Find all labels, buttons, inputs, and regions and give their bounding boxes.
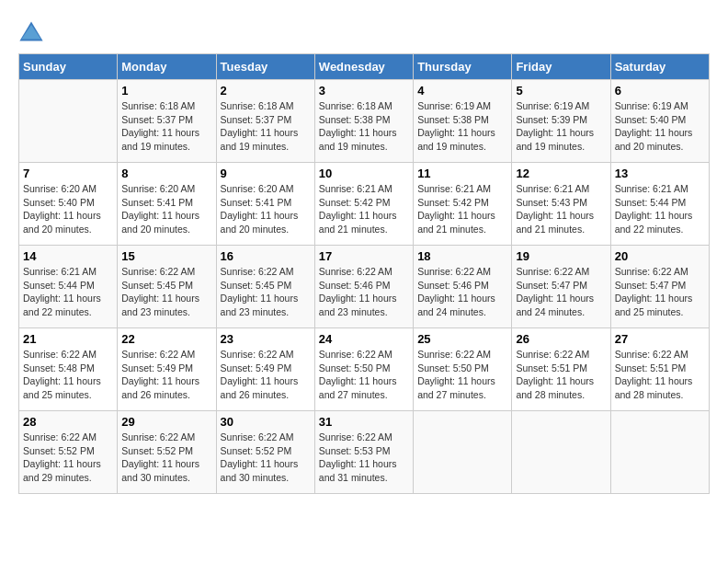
- calendar-cell: 8Sunrise: 6:20 AMSunset: 5:41 PMDaylight…: [118, 163, 216, 246]
- calendar-cell: [414, 411, 512, 494]
- day-number: 30: [221, 415, 311, 429]
- calendar-cell: 6Sunrise: 6:19 AMSunset: 5:40 PMDaylight…: [610, 80, 709, 163]
- day-number: 13: [615, 167, 705, 180]
- calendar-cell: [610, 411, 709, 494]
- header-day-sunday: Sunday: [19, 54, 118, 80]
- day-info: Sunrise: 6:18 AMSunset: 5:37 PMDaylight:…: [121, 99, 211, 154]
- header-day-tuesday: Tuesday: [216, 54, 314, 80]
- day-info: Sunrise: 6:21 AMSunset: 5:44 PMDaylight:…: [615, 182, 705, 236]
- header-day-monday: Monday: [118, 54, 216, 80]
- day-number: 2: [221, 84, 311, 98]
- day-info: Sunrise: 6:22 AMSunset: 5:49 PMDaylight:…: [121, 348, 211, 402]
- day-number: 26: [516, 332, 606, 346]
- calendar-cell: 19Sunrise: 6:22 AMSunset: 5:47 PMDayligh…: [512, 246, 610, 328]
- day-info: Sunrise: 6:22 AMSunset: 5:48 PMDaylight:…: [23, 348, 113, 402]
- day-info: Sunrise: 6:22 AMSunset: 5:46 PMDaylight:…: [319, 265, 409, 319]
- day-number: 5: [516, 84, 606, 98]
- week-row-2: 7Sunrise: 6:20 AMSunset: 5:40 PMDaylight…: [19, 163, 710, 246]
- header-day-saturday: Saturday: [610, 54, 709, 80]
- day-number: 27: [615, 332, 705, 346]
- day-info: Sunrise: 6:20 AMSunset: 5:41 PMDaylight:…: [121, 182, 211, 236]
- day-number: 28: [23, 415, 113, 429]
- day-number: 3: [319, 84, 409, 98]
- day-info: Sunrise: 6:22 AMSunset: 5:46 PMDaylight:…: [417, 265, 507, 319]
- calendar-cell: 12Sunrise: 6:21 AMSunset: 5:43 PMDayligh…: [512, 163, 610, 246]
- day-info: Sunrise: 6:20 AMSunset: 5:40 PMDaylight:…: [23, 182, 113, 236]
- calendar-table: SundayMondayTuesdayWednesdayThursdayFrid…: [18, 53, 710, 494]
- day-number: 17: [319, 249, 409, 263]
- calendar-cell: 30Sunrise: 6:22 AMSunset: 5:52 PMDayligh…: [216, 411, 314, 494]
- day-info: Sunrise: 6:22 AMSunset: 5:52 PMDaylight:…: [23, 431, 113, 485]
- header-day-wednesday: Wednesday: [314, 54, 413, 80]
- calendar-cell: 21Sunrise: 6:22 AMSunset: 5:48 PMDayligh…: [19, 328, 118, 411]
- day-number: 24: [319, 332, 409, 346]
- calendar-cell: 27Sunrise: 6:22 AMSunset: 5:51 PMDayligh…: [610, 328, 709, 411]
- day-number: 7: [23, 167, 113, 180]
- day-info: Sunrise: 6:21 AMSunset: 5:42 PMDaylight:…: [319, 182, 409, 236]
- calendar-cell: 17Sunrise: 6:22 AMSunset: 5:46 PMDayligh…: [314, 246, 413, 328]
- calendar-cell: 7Sunrise: 6:20 AMSunset: 5:40 PMDaylight…: [19, 163, 118, 246]
- day-number: 10: [319, 167, 409, 180]
- calendar-header: SundayMondayTuesdayWednesdayThursdayFrid…: [19, 54, 710, 80]
- day-info: Sunrise: 6:21 AMSunset: 5:44 PMDaylight:…: [23, 265, 113, 319]
- calendar-cell: 24Sunrise: 6:22 AMSunset: 5:50 PMDayligh…: [314, 328, 413, 411]
- svg-marker-1: [22, 25, 41, 39]
- week-row-5: 28Sunrise: 6:22 AMSunset: 5:52 PMDayligh…: [19, 411, 710, 494]
- day-number: 1: [121, 84, 211, 98]
- header-day-thursday: Thursday: [414, 54, 512, 80]
- calendar-cell: 26Sunrise: 6:22 AMSunset: 5:51 PMDayligh…: [512, 328, 610, 411]
- calendar-cell: 29Sunrise: 6:22 AMSunset: 5:52 PMDayligh…: [118, 411, 216, 494]
- day-info: Sunrise: 6:22 AMSunset: 5:45 PMDaylight:…: [121, 265, 211, 319]
- calendar-cell: 11Sunrise: 6:21 AMSunset: 5:42 PMDayligh…: [414, 163, 512, 246]
- day-number: 14: [23, 249, 113, 263]
- day-info: Sunrise: 6:19 AMSunset: 5:38 PMDaylight:…: [417, 99, 507, 154]
- calendar-cell: 1Sunrise: 6:18 AMSunset: 5:37 PMDaylight…: [118, 80, 216, 163]
- calendar-cell: 28Sunrise: 6:22 AMSunset: 5:52 PMDayligh…: [19, 411, 118, 494]
- day-info: Sunrise: 6:22 AMSunset: 5:45 PMDaylight:…: [221, 265, 311, 319]
- week-row-1: 1Sunrise: 6:18 AMSunset: 5:37 PMDaylight…: [19, 80, 710, 163]
- day-number: 19: [516, 249, 606, 263]
- day-info: Sunrise: 6:19 AMSunset: 5:40 PMDaylight:…: [615, 99, 705, 154]
- calendar-cell: 4Sunrise: 6:19 AMSunset: 5:38 PMDaylight…: [414, 80, 512, 163]
- week-row-3: 14Sunrise: 6:21 AMSunset: 5:44 PMDayligh…: [19, 246, 710, 328]
- day-number: 11: [417, 167, 507, 180]
- day-number: 25: [417, 332, 507, 346]
- logo: [18, 18, 48, 44]
- day-number: 20: [615, 249, 705, 263]
- calendar-cell: 9Sunrise: 6:20 AMSunset: 5:41 PMDaylight…: [216, 163, 314, 246]
- day-info: Sunrise: 6:22 AMSunset: 5:50 PMDaylight:…: [417, 348, 507, 402]
- day-number: 18: [417, 249, 507, 263]
- calendar-cell: 3Sunrise: 6:18 AMSunset: 5:38 PMDaylight…: [314, 80, 413, 163]
- day-number: 4: [417, 84, 507, 98]
- day-info: Sunrise: 6:22 AMSunset: 5:51 PMDaylight:…: [516, 348, 606, 402]
- day-number: 22: [121, 332, 211, 346]
- day-info: Sunrise: 6:22 AMSunset: 5:47 PMDaylight:…: [516, 265, 606, 319]
- logo-icon: [18, 18, 44, 44]
- day-info: Sunrise: 6:22 AMSunset: 5:53 PMDaylight:…: [319, 431, 409, 485]
- calendar-cell: [512, 411, 610, 494]
- calendar-cell: 23Sunrise: 6:22 AMSunset: 5:49 PMDayligh…: [216, 328, 314, 411]
- calendar-cell: 20Sunrise: 6:22 AMSunset: 5:47 PMDayligh…: [610, 246, 709, 328]
- day-number: 29: [121, 415, 211, 429]
- calendar-cell: 22Sunrise: 6:22 AMSunset: 5:49 PMDayligh…: [118, 328, 216, 411]
- day-info: Sunrise: 6:21 AMSunset: 5:42 PMDaylight:…: [417, 182, 507, 236]
- calendar-cell: 14Sunrise: 6:21 AMSunset: 5:44 PMDayligh…: [19, 246, 118, 328]
- day-info: Sunrise: 6:22 AMSunset: 5:47 PMDaylight:…: [615, 265, 705, 319]
- day-number: 8: [121, 167, 211, 180]
- calendar-cell: 2Sunrise: 6:18 AMSunset: 5:37 PMDaylight…: [216, 80, 314, 163]
- day-number: 21: [23, 332, 113, 346]
- day-number: 6: [615, 84, 705, 98]
- calendar-cell: 10Sunrise: 6:21 AMSunset: 5:42 PMDayligh…: [314, 163, 413, 246]
- day-info: Sunrise: 6:22 AMSunset: 5:51 PMDaylight:…: [615, 348, 705, 402]
- day-info: Sunrise: 6:18 AMSunset: 5:38 PMDaylight:…: [319, 99, 409, 154]
- calendar-cell: [19, 80, 118, 163]
- calendar-cell: 18Sunrise: 6:22 AMSunset: 5:46 PMDayligh…: [414, 246, 512, 328]
- day-info: Sunrise: 6:18 AMSunset: 5:37 PMDaylight:…: [221, 99, 311, 154]
- week-row-4: 21Sunrise: 6:22 AMSunset: 5:48 PMDayligh…: [19, 328, 710, 411]
- day-info: Sunrise: 6:22 AMSunset: 5:49 PMDaylight:…: [221, 348, 311, 402]
- calendar-body: 1Sunrise: 6:18 AMSunset: 5:37 PMDaylight…: [19, 80, 710, 494]
- day-info: Sunrise: 6:19 AMSunset: 5:39 PMDaylight:…: [516, 99, 606, 154]
- day-info: Sunrise: 6:21 AMSunset: 5:43 PMDaylight:…: [516, 182, 606, 236]
- day-number: 23: [221, 332, 311, 346]
- calendar-cell: 5Sunrise: 6:19 AMSunset: 5:39 PMDaylight…: [512, 80, 610, 163]
